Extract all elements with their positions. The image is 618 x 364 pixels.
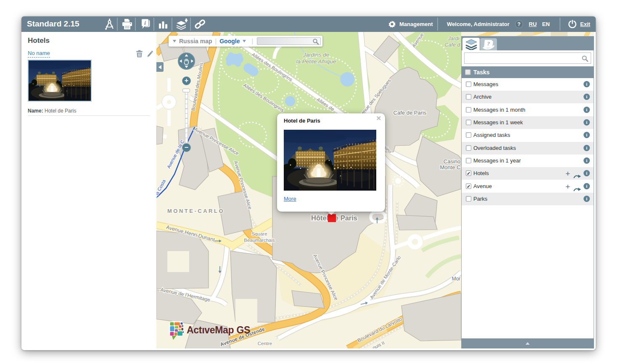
svg-text:Centre: Centre bbox=[258, 341, 272, 346]
svg-text:i: i bbox=[144, 19, 146, 26]
svg-text:Beaumarchais: Beaumarchais bbox=[244, 238, 275, 243]
svg-text:Monte C: Monte C bbox=[440, 164, 460, 170]
svg-text:Jardins de: Jardins de bbox=[303, 52, 329, 58]
svg-text:Mor: Mor bbox=[452, 276, 461, 282]
svg-text:Casino: Casino bbox=[444, 158, 460, 165]
svg-text:?: ? bbox=[487, 40, 490, 47]
svg-text:Jardi: Jardi bbox=[447, 36, 460, 42]
svg-text:la Petite Afrique: la Petite Afrique bbox=[296, 58, 336, 65]
svg-text:Square: Square bbox=[251, 231, 267, 236]
svg-text:Cafe de Paris: Cafe de Paris bbox=[394, 110, 427, 116]
svg-text:MONTE-CARLO: MONTE-CARLO bbox=[167, 208, 224, 214]
svg-text:Cafe d: Cafe d bbox=[445, 42, 461, 48]
